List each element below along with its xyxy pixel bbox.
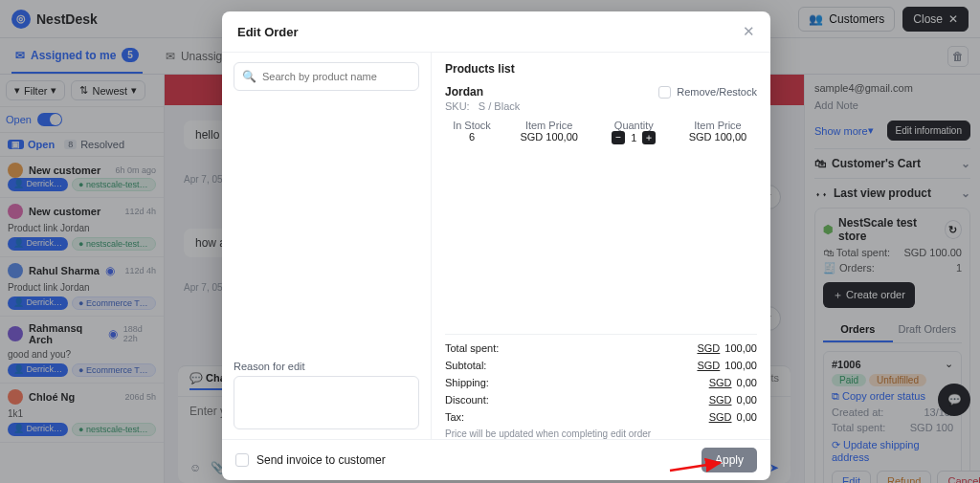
qty-plus[interactable]: ＋ xyxy=(642,131,656,144)
edit-order-modal: Edit Order ✕ 🔍 Reason for edit Products … xyxy=(222,11,770,480)
products-list-heading: Products list xyxy=(445,62,757,76)
price-note: Price will be updated when completing ed… xyxy=(445,428,757,439)
sku-label: SKU: xyxy=(445,100,470,112)
qty-value: 1 xyxy=(631,132,636,143)
apply-button[interactable]: Apply xyxy=(702,448,757,472)
modal-title: Edit Order xyxy=(237,25,299,39)
val-instock: 6 xyxy=(445,131,499,144)
sku-value: S / Black xyxy=(479,100,520,112)
col-itemprice2: Item Price xyxy=(679,120,757,131)
product-name: Jordan xyxy=(445,85,483,99)
row-subtotal: Subtotal: xyxy=(445,360,486,371)
val-itemprice: SGD 100,00 xyxy=(509,131,590,144)
row-total-spent: Total spent: xyxy=(445,342,499,354)
row-tax: Tax: xyxy=(445,411,464,423)
reason-input[interactable] xyxy=(234,376,419,429)
quantity-stepper[interactable]: − 1 ＋ xyxy=(599,131,668,144)
checkbox-icon[interactable] xyxy=(658,86,671,99)
modal-close-icon[interactable]: ✕ xyxy=(743,23,755,40)
send-invoice-label: Send invoice to customer xyxy=(256,453,386,467)
search-icon: 🔍 xyxy=(242,70,256,83)
col-instock: In Stock xyxy=(445,120,499,131)
product-search-input[interactable] xyxy=(262,71,411,82)
product-search[interactable]: 🔍 xyxy=(234,62,419,91)
reason-label: Reason for edit xyxy=(234,361,419,372)
col-itemprice: Item Price xyxy=(509,120,590,131)
send-invoice-checkbox[interactable] xyxy=(235,453,249,467)
qty-minus[interactable]: − xyxy=(612,131,625,144)
remove-restock[interactable]: Remove/Restock xyxy=(658,86,757,99)
col-qty: Quantity xyxy=(599,120,668,131)
row-shipping: Shipping: xyxy=(445,377,489,388)
val-itemprice2: SGD 100,00 xyxy=(679,131,757,144)
row-discount: Discount: xyxy=(445,394,489,406)
